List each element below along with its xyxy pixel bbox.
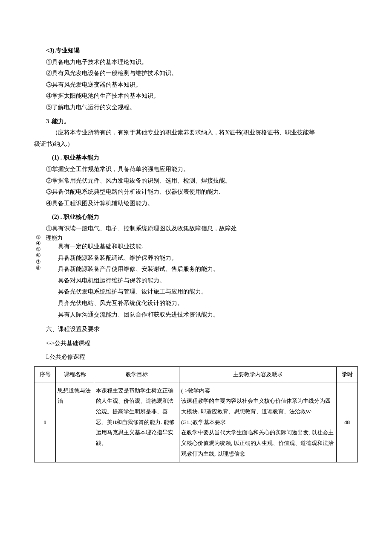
th-content: 主要教学内容及哽求 xyxy=(179,367,337,383)
sub1-item: ④具备工程识图及计算机辅助绘图能力。 xyxy=(34,198,358,209)
overlap-lines: 具有一定的职业基础和职业技能. 具备新能源装备装配调试、维护保养的能力。 具备新… xyxy=(46,241,358,320)
overlap-block: ③ ④ ⑤ ⑥ ⑦ ⑧ 理能力 具有一定的职业基础和职业技能. 具备新能源装备装… xyxy=(34,235,358,321)
ability-note-line: 级证书)纳入.） xyxy=(34,139,358,150)
cell-hours: 48 xyxy=(337,383,358,462)
table-row: 1 思想道德与法治 本课程主要是帮助学生树立正确的人生观、价侑观、道德观和法治观… xyxy=(35,383,358,462)
th-goal: 教学目标 xyxy=(94,367,179,383)
sub2-line: 具备新能源装备装配调试、维护保养的能力。 xyxy=(46,253,358,264)
heading-six: 六、课程设置及要求 xyxy=(34,324,358,335)
cell-content: (->敦学内容 该课程教学的主要内容以社会主义核心价值体系为主线分为四大模块. … xyxy=(179,383,337,462)
circled-number: ③ xyxy=(36,235,41,241)
th-name: 课程名称 xyxy=(56,367,94,383)
cell-name: 思想道德与法治 xyxy=(56,383,94,462)
sub2-line: 具备对风电机组运行维护与保养的能力。 xyxy=(46,275,358,287)
sub2-line: 具有人际沟通交流能力、团队合作和获取先进技术资讯能力。 xyxy=(46,309,358,321)
circled-number: ④ xyxy=(36,241,41,247)
sub2-lead: ①具有识读一般电气、电子、控制系统原理图以及收集故障信息，故障处 xyxy=(34,223,358,235)
circled-number: ⑥ xyxy=(36,253,41,259)
table-header-row: 序号 课程名称 教学目标 主要教学内容及哽求 学时 xyxy=(35,367,358,383)
heading-required: I.公共必修课程 xyxy=(34,352,358,363)
sec3-item: ⑤了解电力电气运行的安全规程。 xyxy=(34,102,358,113)
circled-number: ⑦ xyxy=(36,259,41,265)
cell-goal: 本课程主要是帮助学生树立正确的人生观、价侑观、道德观和法治观。提高学生明辨是非、… xyxy=(94,383,179,462)
sub2-line: 具备新能源装备产品使用维修、安装谢试、售后服务的能力。 xyxy=(46,264,358,275)
course-table: 序号 课程名称 教学目标 主要教学内容及哽求 学时 1 思想道德与法治 本课程主… xyxy=(34,366,358,462)
circled-number: ⑤ xyxy=(36,247,41,253)
ability-sub1-title: (1) . 职业基本能力 xyxy=(34,152,358,164)
sub2-line: 具有一定的职业基础和职业技能. xyxy=(46,241,358,253)
seq-text: 1 xyxy=(43,419,46,425)
overlap-glyph-stack: ③ ④ ⑤ ⑥ ⑦ ⑧ xyxy=(36,235,41,271)
th-seq: 序号 xyxy=(35,367,56,383)
section-3-title: <3).专业知谒 xyxy=(34,45,358,57)
sub1-item: ①掌握安全工作规范常识，具备荷单的强电应用能力。 xyxy=(34,164,358,175)
sub2-line: 具齐光伏电站、风光互补系统优化设计的能力。 xyxy=(46,298,358,309)
ability-sub2-title: (2) . 职业核心能力 xyxy=(34,212,358,223)
ability-title: 3 .能力。 xyxy=(34,116,358,128)
heading-sub: <->公共基础课程 xyxy=(34,338,358,349)
sec3-item: ④掌握太阳能电池的生产技术的基本知识。 xyxy=(34,90,358,102)
overlap-top-text: 理能力 xyxy=(46,235,358,241)
sub1-item: ②掌握常用光伏元件、风力发电设备的识别、选用、检测、焊接技能。 xyxy=(34,175,358,187)
ability-note-line: （应将本专业所特有的，有别于其他专业的职业素养要求纳入，将X证书(职业资格证书、… xyxy=(40,127,358,139)
sec3-item: ③具有风光发电逆变器的基本知识。 xyxy=(34,79,358,91)
sub2-line: 具备光伏发电系统维护与管理、设计旅工与应用的能力。 xyxy=(46,286,358,298)
sec3-item: ①具备电力电子技术的基本理论知识。 xyxy=(34,57,358,68)
th-hours: 学时 xyxy=(337,367,358,383)
sec3-item: ②具有风光发电设备的一般检测与维护技术知识。 xyxy=(34,68,358,79)
cell-seq: 1 xyxy=(35,383,56,462)
sub1-item: ③具备供配电系统典型电路的分析设计能力、仪器仪表使用的能力. xyxy=(34,186,358,198)
circled-number: ⑧ xyxy=(36,265,41,271)
